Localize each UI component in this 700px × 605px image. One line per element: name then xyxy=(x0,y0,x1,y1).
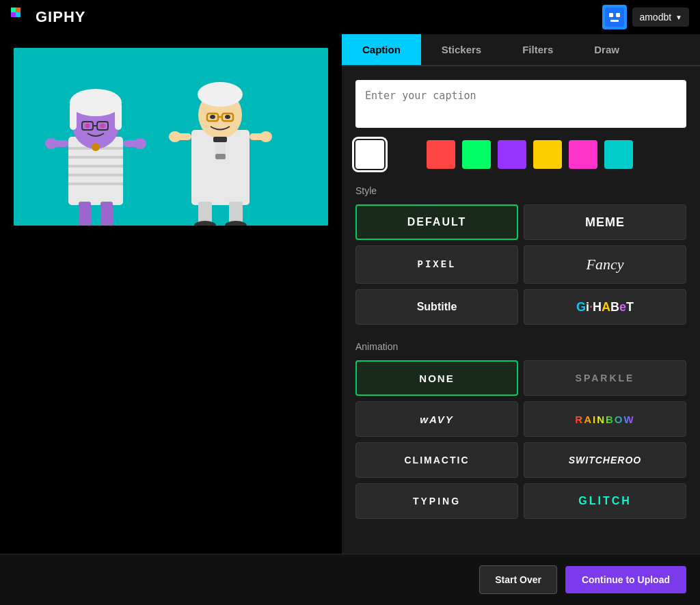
anim-btn-climactic[interactable]: CLIMACTIC xyxy=(355,442,518,478)
color-swatch-white[interactable] xyxy=(355,140,384,169)
svg-point-27 xyxy=(92,143,100,151)
style-giphabet-label: Gi·HABeT xyxy=(576,300,634,314)
svg-point-50 xyxy=(260,131,272,142)
gif-canvas xyxy=(14,48,328,226)
caption-input[interactable] xyxy=(355,80,686,128)
tab-bar: Caption Stickers Filters Draw xyxy=(342,34,700,66)
svg-point-40 xyxy=(198,82,243,107)
svg-rect-1 xyxy=(16,8,21,12)
svg-point-30 xyxy=(45,138,57,149)
style-fancy-label: Fancy xyxy=(587,256,624,273)
start-over-button[interactable]: Start Over xyxy=(479,565,557,594)
svg-rect-17 xyxy=(100,202,113,226)
svg-rect-21 xyxy=(115,103,122,130)
tab-filters[interactable]: Filters xyxy=(502,34,574,65)
svg-rect-16 xyxy=(79,202,91,226)
anim-btn-switcheroo[interactable]: switcheROO xyxy=(524,442,686,478)
username-label: amodbt xyxy=(639,12,671,23)
svg-rect-7 xyxy=(616,13,620,17)
chevron-down-icon: ▼ xyxy=(675,14,682,21)
logo-text: GIPHY xyxy=(36,8,85,26)
anim-btn-typing[interactable]: TYPING xyxy=(355,483,518,519)
anim-rainbow-label: RAINBOW xyxy=(575,414,634,425)
giphy-logo-icon xyxy=(11,8,30,27)
svg-point-49 xyxy=(169,131,181,142)
tab-caption[interactable]: Caption xyxy=(342,34,421,65)
svg-rect-14 xyxy=(68,174,123,176)
main-content: Caption Stickers Filters Draw Style xyxy=(0,34,700,554)
anim-btn-wavy[interactable]: wAVY xyxy=(355,401,518,437)
style-meme-label: MEME xyxy=(585,215,625,230)
right-panel: Caption Stickers Filters Draw Style xyxy=(342,34,700,554)
color-swatch-black[interactable] xyxy=(391,140,420,169)
anim-sparkle-label: SPARKLE xyxy=(576,373,635,384)
svg-point-45 xyxy=(225,115,230,119)
svg-point-31 xyxy=(134,138,146,149)
avatar xyxy=(602,5,627,29)
color-swatch-pink[interactable] xyxy=(569,140,597,169)
svg-point-25 xyxy=(85,124,90,128)
svg-point-19 xyxy=(70,89,122,116)
color-swatch-green[interactable] xyxy=(462,140,491,169)
style-btn-giphabet[interactable]: Gi·HABeT xyxy=(524,289,686,325)
logo-area: GIPHY xyxy=(11,8,85,27)
svg-rect-34 xyxy=(215,154,226,159)
svg-rect-46 xyxy=(213,137,227,142)
anim-wavy-label: wAVY xyxy=(420,414,453,425)
style-label: Style xyxy=(355,185,686,196)
color-swatch-purple[interactable] xyxy=(498,140,526,169)
svg-point-44 xyxy=(210,115,215,119)
style-btn-default[interactable]: DEFAULT xyxy=(355,204,518,240)
gif-preview xyxy=(14,48,328,226)
footer: Start Over Continue to Upload xyxy=(0,554,700,605)
continue-to-upload-button[interactable]: Continue to Upload xyxy=(565,566,686,593)
style-btn-subtitle[interactable]: Subtitle xyxy=(355,289,518,325)
svg-rect-12 xyxy=(68,156,123,159)
svg-rect-6 xyxy=(609,13,613,17)
svg-rect-13 xyxy=(68,165,123,167)
svg-rect-8 xyxy=(610,20,619,22)
tab-draw[interactable]: Draw xyxy=(574,34,640,65)
color-swatch-yellow[interactable] xyxy=(533,140,562,169)
anim-none-label: NONE xyxy=(419,373,454,384)
style-btn-fancy[interactable]: Fancy xyxy=(524,245,686,284)
svg-rect-3 xyxy=(16,12,21,17)
animation-grid: NONE SPARKLE wAVY RAINBOW CLIMACTIC swit… xyxy=(355,360,686,519)
panel-content: Style DEFAULT MEME PIXEL Fancy Subtitle xyxy=(342,66,700,554)
svg-rect-20 xyxy=(70,103,77,130)
style-grid: DEFAULT MEME PIXEL Fancy Subtitle Gi·HAB… xyxy=(355,204,686,325)
user-menu-button[interactable]: amodbt ▼ xyxy=(632,8,689,27)
color-swatch-red[interactable] xyxy=(427,140,455,169)
anim-typing-label: TYPING xyxy=(413,496,461,507)
style-pixel-label: PIXEL xyxy=(417,259,456,270)
style-subtitle-label: Subtitle xyxy=(417,301,457,313)
anim-switcheroo-label: switcheROO xyxy=(569,455,641,466)
svg-point-26 xyxy=(100,124,105,128)
svg-rect-5 xyxy=(605,8,624,27)
anim-climactic-label: CLIMACTIC xyxy=(405,455,470,466)
color-swatches xyxy=(355,140,686,169)
svg-rect-15 xyxy=(68,183,123,185)
style-btn-pixel[interactable]: PIXEL xyxy=(355,245,518,284)
style-btn-meme[interactable]: MEME xyxy=(524,204,686,240)
color-swatch-teal[interactable] xyxy=(604,140,633,169)
style-default-label: DEFAULT xyxy=(407,216,467,228)
anim-btn-rainbow[interactable]: RAINBOW xyxy=(524,401,686,437)
svg-rect-2 xyxy=(11,12,16,17)
svg-rect-0 xyxy=(11,8,16,12)
anim-btn-sparkle[interactable]: SPARKLE xyxy=(524,360,686,396)
user-area: amodbt ▼ xyxy=(602,5,689,29)
anim-glitch-label: GLITCH xyxy=(578,495,632,507)
left-panel xyxy=(0,34,342,554)
tab-stickers[interactable]: Stickers xyxy=(421,34,502,65)
animation-label: Animation xyxy=(355,341,686,352)
header: GIPHY amodbt ▼ xyxy=(0,0,700,34)
anim-btn-glitch[interactable]: GLITCH xyxy=(524,483,686,519)
anim-btn-none[interactable]: NONE xyxy=(355,360,518,396)
